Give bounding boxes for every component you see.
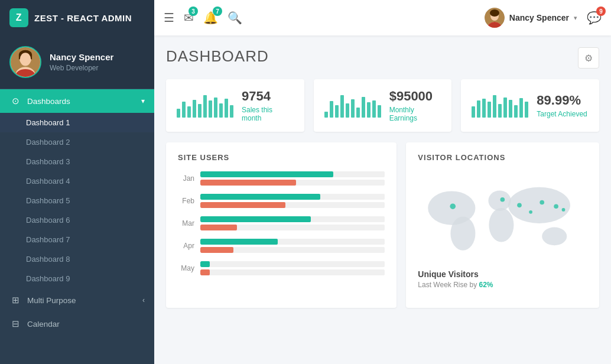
- hbar-row: Feb: [178, 194, 385, 208]
- search-button[interactable]: 🔍: [228, 11, 242, 25]
- content-area: DASHBOARD ⚙ 9754 Sales this month: [154, 35, 611, 364]
- stat-value-target: 89.99%: [537, 93, 587, 108]
- sidebar-item-calendar[interactable]: ⊟ Calendar: [0, 312, 154, 336]
- stat-value-sales: 9754: [242, 89, 294, 104]
- mini-bar: [335, 105, 339, 118]
- site-users-chart: JanFebMarAprMay: [178, 171, 385, 275]
- sidebar-item-dashboard-3[interactable]: Dashboard 3: [0, 152, 154, 171]
- profile-name: Nancy Spencer: [50, 52, 113, 62]
- hbar-month-label: Mar: [178, 219, 194, 228]
- mini-bar: [182, 102, 186, 118]
- main-area: ☰ ✉ 3 🔔 7 🔍: [154, 0, 611, 364]
- svg-point-22: [540, 200, 545, 205]
- sidebar-item-multi-purpose[interactable]: ⊞ Multi Purpose ‹: [0, 288, 154, 312]
- earnings-chart: [324, 94, 381, 118]
- sidebar-item-dashboard-5[interactable]: Dashboard 5: [0, 191, 154, 210]
- settings-button[interactable]: ⚙: [578, 47, 599, 69]
- header-avatar: [485, 8, 505, 28]
- mini-bar: [324, 112, 328, 118]
- target-chart: [472, 94, 528, 118]
- multi-purpose-icon: ⊞: [9, 295, 21, 306]
- hbar-row: Jan: [178, 171, 385, 186]
- search-icon: 🔍: [228, 11, 242, 25]
- hbar-fill-teal: [200, 171, 333, 177]
- page-title-row: DASHBOARD ⚙: [166, 47, 599, 69]
- hbar-track-teal: [200, 239, 385, 245]
- mini-bar: [514, 105, 518, 118]
- stat-cards-row: 9754 Sales this month $95000 Monthly Ear…: [166, 79, 599, 132]
- calendar-icon: ⊟: [9, 318, 21, 329]
- sidebar-item-dashboard-8[interactable]: Dashboard 8: [0, 249, 154, 269]
- unique-visitors-title: Unique Visitors: [418, 269, 587, 279]
- chevron-down-icon: ▾: [141, 97, 145, 105]
- site-users-panel: SITE USERS JanFebMarAprMay: [166, 142, 396, 308]
- sidebar-profile: Nancy Spencer Web Developer: [0, 35, 154, 89]
- hbar-row: May: [178, 261, 385, 275]
- chat-button[interactable]: 💬 9: [587, 11, 602, 25]
- sidebar-item-dashboard-1[interactable]: Dashboard 1: [0, 113, 154, 132]
- hbar-group: [200, 171, 385, 186]
- sidebar-nav: ⊙ Dashboards ▾ Dashboard 1 Dashboard 2 D…: [0, 89, 154, 364]
- profile-role: Web Developer: [50, 64, 113, 72]
- mini-bar: [367, 102, 370, 118]
- chat-badge: 9: [596, 6, 606, 16]
- stat-label-target: Target Achieved: [537, 110, 587, 118]
- sidebar-item-label: Multi Purpose: [27, 296, 76, 305]
- bell-badge: 7: [213, 6, 222, 16]
- sidebar-item-dashboards[interactable]: ⊙ Dashboards ▾: [0, 89, 154, 113]
- bottom-panels: SITE USERS JanFebMarAprMay VISITOR LOCAT…: [166, 142, 599, 308]
- email-button[interactable]: ✉ 3: [184, 11, 194, 25]
- header-right: Nancy Spencer ▾ 💬 9: [485, 8, 602, 28]
- mini-bar: [362, 97, 365, 118]
- hbar-track-orange: [200, 202, 385, 208]
- svg-point-6: [20, 53, 31, 66]
- sidebar-item-dashboard-6[interactable]: Dashboard 6: [0, 210, 154, 230]
- stat-value-earnings: $95000: [389, 89, 441, 104]
- mini-bar: [193, 100, 196, 118]
- mini-bar: [498, 104, 502, 118]
- visitor-locations-title: VISITOR LOCATIONS: [418, 153, 587, 162]
- profile-info: Nancy Spencer Web Developer: [50, 52, 113, 72]
- hbar-month-label: Feb: [178, 197, 194, 205]
- hbar-track-teal: [200, 171, 385, 177]
- mini-bar: [330, 101, 333, 118]
- visitor-locations-panel: VISITOR LOCATIONS: [406, 142, 599, 308]
- header-user-name: Nancy Spencer: [509, 13, 569, 22]
- sidebar-item-dashboard-7[interactable]: Dashboard 7: [0, 230, 154, 249]
- sidebar-item-dashboard-9[interactable]: Dashboard 9: [0, 269, 154, 288]
- hbar-track-orange: [200, 269, 385, 275]
- mini-bar: [187, 106, 191, 118]
- svg-point-18: [542, 228, 567, 246]
- mini-bar: [225, 99, 228, 118]
- bell-button[interactable]: 🔔 7: [203, 11, 218, 25]
- mini-bar: [209, 100, 212, 118]
- sidebar-item-label: Calendar: [27, 320, 60, 329]
- hbar-fill-orange: [200, 180, 296, 186]
- chevron-down-icon: ▾: [574, 14, 577, 22]
- hbar-track-teal: [200, 216, 385, 222]
- header-left: ☰ ✉ 3 🔔 7 🔍: [164, 11, 242, 25]
- hbar-fill-teal: [200, 216, 311, 222]
- mini-bar: [346, 103, 349, 118]
- sidebar-item-label: Dashboards: [27, 97, 70, 106]
- mini-bar: [177, 109, 180, 118]
- visitor-sub: Last Week Rise by 62%: [418, 281, 587, 289]
- sidebar-item-dashboard-4[interactable]: Dashboard 4: [0, 171, 154, 191]
- mini-bar: [351, 99, 355, 118]
- hbar-group: [200, 216, 385, 230]
- brand-icon: Z: [9, 8, 28, 27]
- hbar-group: [200, 261, 385, 275]
- dashboards-icon: ⊙: [9, 96, 21, 106]
- site-users-title: SITE USERS: [178, 153, 385, 162]
- visitor-info: Unique Visitors Last Week Rise by 62%: [418, 269, 587, 289]
- hamburger-icon: ☰: [164, 11, 174, 25]
- mini-bar: [493, 95, 496, 118]
- menu-button[interactable]: ☰: [164, 11, 174, 25]
- hbar-month-label: May: [178, 264, 194, 272]
- hbar-fill-teal: [200, 194, 320, 200]
- stat-info-sales: 9754 Sales this month: [242, 89, 294, 122]
- svg-point-25: [529, 210, 533, 214]
- sidebar-item-dashboard-2[interactable]: Dashboard 2: [0, 132, 154, 152]
- user-menu[interactable]: Nancy Spencer ▾: [485, 8, 577, 28]
- hbar-fill-teal: [200, 261, 210, 267]
